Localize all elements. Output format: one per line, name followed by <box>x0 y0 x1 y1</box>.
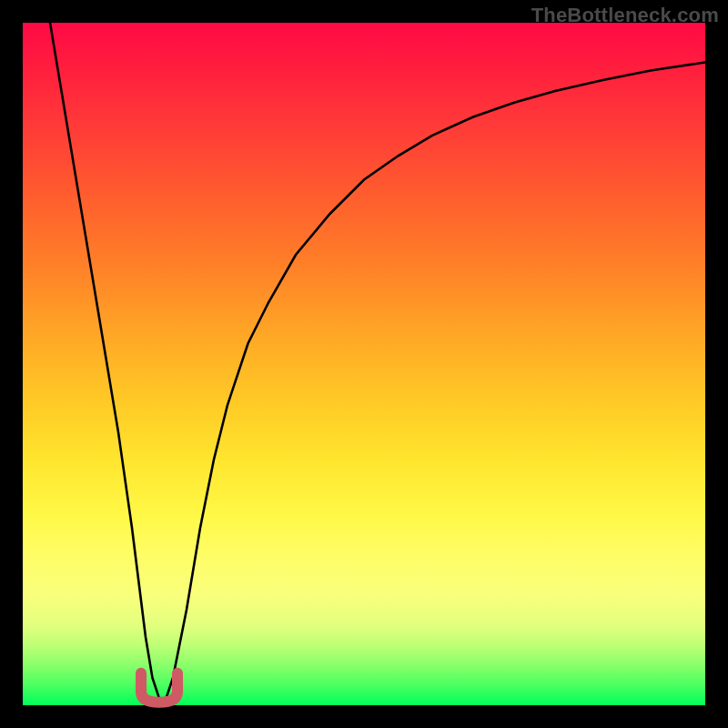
valley-marker <box>141 673 177 703</box>
chart-frame: TheBottleneck.com <box>0 0 728 728</box>
watermark-text: TheBottleneck.com <box>531 4 719 27</box>
chart-overlay <box>23 23 705 705</box>
bottleneck-curve <box>50 23 705 699</box>
